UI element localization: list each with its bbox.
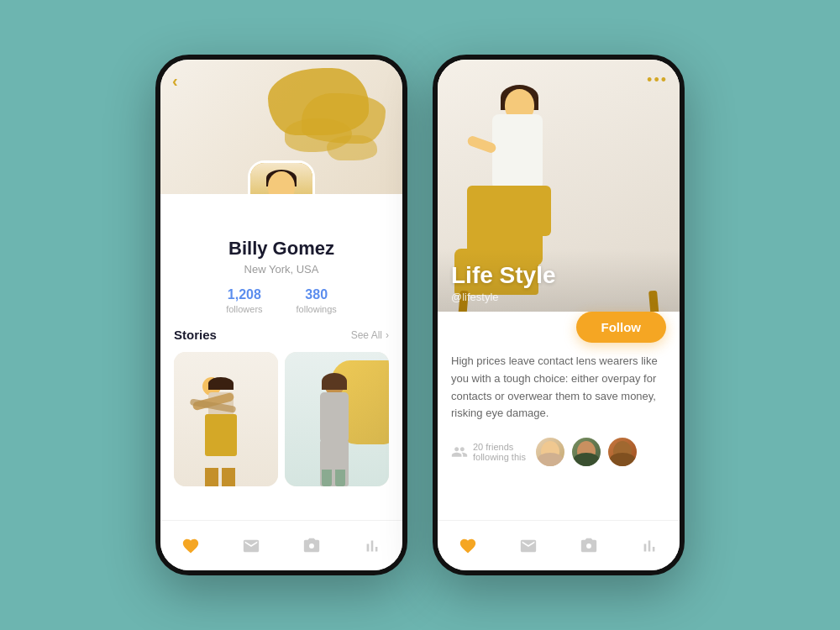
friend-avatar-1 xyxy=(534,436,566,468)
followers-count: 1,208 xyxy=(226,287,262,302)
nav-heart[interactable] xyxy=(179,534,202,558)
follow-button[interactable]: Follow xyxy=(576,312,667,343)
camera-icon-2 xyxy=(580,537,598,555)
figure2-hair xyxy=(322,373,347,390)
figure2-coat xyxy=(320,392,349,443)
nav2-camera[interactable] xyxy=(577,534,601,558)
back-button[interactable]: ‹ xyxy=(172,71,178,91)
story-card-1-inner xyxy=(174,352,278,486)
fa3-body xyxy=(610,453,635,466)
phone2-description: High prices leave contact lens wearers l… xyxy=(451,353,666,423)
story1-background xyxy=(174,352,278,486)
phone2-hero: ••• Life Style @lifestyle xyxy=(438,60,680,328)
profile-avatar xyxy=(248,160,315,194)
phone1-header: ‹ ••• xyxy=(160,60,402,194)
friends-avatars xyxy=(534,436,638,468)
sitter-torso xyxy=(492,114,543,190)
nav-mail[interactable] xyxy=(239,534,263,558)
stories-header: Stories See All › xyxy=(174,328,389,342)
nav2-chart[interactable] xyxy=(638,534,661,558)
nav-chart[interactable] xyxy=(360,534,384,558)
story-card-1[interactable] xyxy=(174,352,278,486)
friends-group-icon xyxy=(451,444,468,460)
bottom-nav xyxy=(160,520,402,570)
fa1-body xyxy=(538,453,563,466)
friends-count: 20 friends xyxy=(473,442,513,452)
figure1-pants xyxy=(205,414,237,456)
story2-figure xyxy=(312,377,362,486)
profile-location: New York, USA xyxy=(177,263,386,276)
figure2-foot1 xyxy=(322,470,332,486)
friends-section: 20 friends following this xyxy=(451,436,666,478)
followers-label: followers xyxy=(226,304,262,314)
figure1-leg1 xyxy=(205,468,218,486)
bottom-nav-2 xyxy=(438,520,680,570)
stories-title: Stories xyxy=(174,328,217,342)
more-options-button[interactable]: ••• xyxy=(647,71,668,89)
phones-container: ‹ ••• Billy Gomez New York, USA 1, xyxy=(155,55,685,575)
followers-stat: 1,208 followers xyxy=(226,287,262,314)
nav2-heart[interactable] xyxy=(456,534,480,558)
profile-name: Billy Gomez xyxy=(177,238,386,260)
camera-icon xyxy=(302,537,321,555)
chart-icon-2 xyxy=(640,537,659,555)
chevron-right-icon: › xyxy=(386,329,389,341)
story2-background xyxy=(285,352,389,486)
friend-avatar-2 xyxy=(570,436,602,468)
stories-grid xyxy=(174,352,389,486)
hero-handle: @lifestyle xyxy=(451,291,666,303)
followings-count: 380 xyxy=(297,287,337,302)
profile-info: Billy Gomez New York, USA 1,208 follower… xyxy=(160,238,402,314)
friend-avatar-3 xyxy=(606,436,638,468)
stories-section: Stories See All › xyxy=(160,314,402,486)
followings-stat: 380 followings xyxy=(297,287,337,314)
story1-figure xyxy=(197,377,255,486)
nav-camera[interactable] xyxy=(300,534,323,558)
friends-label: 20 friends following this xyxy=(451,442,526,462)
heart-icon xyxy=(181,537,200,555)
followings-label: followings xyxy=(297,304,337,314)
profile-avatar-wrap xyxy=(248,160,315,194)
story-card-2-inner xyxy=(285,352,389,486)
mail-icon xyxy=(242,537,260,555)
profile-stats: 1,208 followers 380 followings xyxy=(177,287,386,314)
fa2-body xyxy=(574,453,599,466)
see-all-button[interactable]: See All › xyxy=(351,329,389,341)
avatar-person xyxy=(250,163,312,194)
paint-splash-4 xyxy=(327,135,377,160)
phone2: ••• Life Style @lifestyle Follow High pr… xyxy=(433,55,685,575)
sitter-pants xyxy=(467,186,551,236)
phone1: ‹ ••• Billy Gomez New York, USA 1, xyxy=(155,55,407,575)
chart-icon xyxy=(363,537,381,555)
figure1-leg2 xyxy=(222,468,235,486)
hero-title: Life Style xyxy=(451,262,666,289)
nav2-mail[interactable] xyxy=(517,534,540,558)
story-card-2[interactable] xyxy=(285,352,389,486)
figure2-foot2 xyxy=(335,470,345,486)
friends-following-label: following this xyxy=(473,452,526,462)
figure1-hair xyxy=(208,377,234,390)
phone2-content: Follow High prices leave contact lens we… xyxy=(438,312,680,478)
mail-icon-2 xyxy=(519,537,538,555)
follow-btn-wrap: Follow xyxy=(451,312,666,343)
heart-icon-2 xyxy=(459,537,477,555)
